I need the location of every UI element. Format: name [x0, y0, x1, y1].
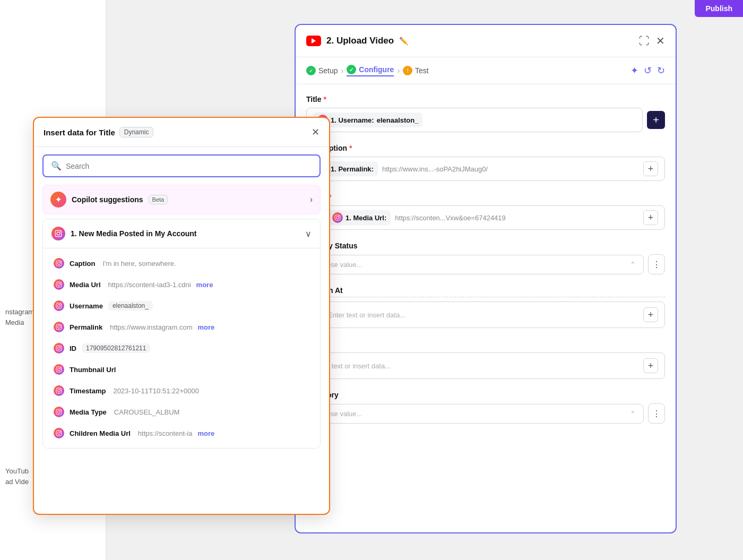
item-insta-icon: [54, 300, 64, 311]
beta-badge: Beta: [149, 195, 168, 204]
description-add-button[interactable]: +: [643, 161, 658, 176]
svg-point-31: [58, 390, 61, 392]
configure-check-icon: ✓: [347, 65, 356, 74]
privacy-kebab-button[interactable]: ⋮: [648, 254, 665, 274]
upload-video-panel: 2. Upload Video ✏️ ⛶ ✕ ✓ Setup › ✓ Confi…: [295, 24, 677, 533]
item-more-link[interactable]: more: [196, 281, 213, 289]
svg-point-25: [58, 347, 61, 350]
item-label: Media Type: [70, 408, 107, 416]
item-more-link[interactable]: more: [197, 323, 214, 331]
item-more-link[interactable]: more: [197, 429, 214, 437]
insert-close-icon[interactable]: ✕: [312, 126, 319, 138]
title-add-button[interactable]: +: [647, 111, 665, 129]
svg-rect-27: [56, 367, 62, 372]
item-label: Permalink: [70, 323, 102, 331]
item-label: Media Url: [70, 281, 101, 289]
data-source-name: 1. New Media Posted in My Account: [71, 229, 197, 238]
svg-point-35: [60, 410, 61, 411]
step-configure[interactable]: ✓ Configure: [347, 65, 394, 76]
title-label: Title *: [306, 95, 665, 104]
data-list-item[interactable]: ID 17909502812761211: [43, 338, 320, 359]
svg-point-8: [339, 216, 340, 217]
tags-add-button[interactable]: +: [643, 358, 658, 373]
item-value-text: 2023-10-11T10:51:22+0000: [113, 387, 199, 395]
data-list-item[interactable]: Children Media Url https://scontent-ia m…: [43, 423, 320, 444]
setup-check-icon: ✓: [306, 66, 316, 75]
step-setup[interactable]: ✓ Setup: [306, 66, 338, 75]
data-list-item[interactable]: Caption I'm in here, somewhere.: [43, 253, 320, 274]
search-input[interactable]: [66, 162, 312, 170]
publish-at-label: Publish At: [306, 286, 665, 297]
publish-button[interactable]: Publish: [695, 0, 743, 17]
expand-icon[interactable]: ⛶: [639, 35, 650, 47]
svg-point-22: [58, 326, 61, 329]
svg-point-37: [58, 432, 61, 435]
bg-instagram-text: nstagram: [5, 308, 34, 316]
copilot-chevron-icon: ›: [310, 195, 313, 204]
step-test[interactable]: ! Test: [403, 66, 429, 75]
privacy-select-row: Choose value... ⌃ ⋮: [306, 254, 665, 274]
svg-point-13: [58, 262, 61, 265]
video-add-button[interactable]: +: [643, 210, 658, 225]
insert-title-text: Insert data for Title: [44, 128, 115, 137]
copilot-row[interactable]: ✦ Copilot suggestions Beta ›: [42, 185, 321, 214]
undo-icon[interactable]: ↺: [644, 65, 652, 76]
desc-tag-label: 1. Permalink:: [331, 165, 374, 173]
panel-header-actions: ⛶ ✕: [639, 35, 665, 47]
video-input-row[interactable]: 📄 1. Media Url: https://sconten...Vxw&oe…: [306, 205, 665, 230]
category-kebab-button[interactable]: ⋮: [648, 403, 665, 424]
description-value: https://www.ins...-soPA2hiJMaug0/: [382, 165, 639, 173]
svg-rect-33: [56, 409, 62, 415]
refresh-icon[interactable]: ↻: [657, 65, 665, 76]
title-input-row[interactable]: 1. Username: elenaalston_: [306, 108, 643, 132]
svg-point-19: [58, 305, 61, 307]
item-label: Thumbnail Url: [70, 366, 116, 374]
edit-icon[interactable]: ✏️: [399, 37, 408, 45]
insta-icon-video: [332, 212, 343, 223]
data-list-item[interactable]: Username elenaalston_: [43, 295, 320, 316]
tags-input-row[interactable]: Enter text or insert data... +: [306, 352, 665, 379]
category-field: Category Choose value... ⌃ ⋮: [306, 391, 665, 424]
steps-bar: ✓ Setup › ✓ Configure › ! Test ✦ ↺ ↻: [296, 57, 676, 84]
bg-video-text: ad Vide: [5, 478, 29, 486]
ai-icon[interactable]: ✦: [630, 65, 638, 76]
privacy-select[interactable]: Choose value... ⌃: [306, 255, 644, 274]
tags-label: Tags: [306, 340, 665, 348]
description-field: Description * 1. Permalink: https://www.…: [306, 144, 665, 181]
svg-point-34: [58, 411, 61, 413]
category-select[interactable]: Choose value... ⌃: [306, 404, 644, 424]
form-content: Title * 1. Username: elenaalston_ +: [296, 84, 676, 528]
svg-point-28: [58, 368, 61, 371]
item-insta-icon: [54, 364, 64, 375]
publish-at-field: Publish At 📅 Enter text or insert data..…: [306, 286, 665, 328]
publish-at-add-button[interactable]: +: [643, 307, 658, 322]
data-source-header[interactable]: 1. New Media Posted in My Account ∨: [43, 219, 320, 248]
data-list-item[interactable]: Media Type CAROUSEL_ALBUM: [43, 401, 320, 423]
svg-point-14: [60, 262, 61, 263]
item-label: Timestamp: [70, 387, 106, 395]
title-required: *: [324, 95, 326, 104]
svg-rect-6: [335, 215, 340, 220]
publish-at-input-row[interactable]: 📅 Enter text or insert data... +: [306, 301, 665, 328]
copilot-label: Copilot suggestions: [72, 195, 143, 204]
svg-point-16: [58, 283, 61, 286]
data-source-chevron-icon: ∨: [305, 229, 312, 239]
insert-title: Insert data for Title Dynamic: [44, 127, 153, 137]
panel-header: 2. Upload Video ✏️ ⛶ ✕: [296, 25, 676, 57]
description-input-row[interactable]: 1. Permalink: https://www.ins...-soPA2hi…: [306, 157, 665, 181]
close-panel-icon[interactable]: ✕: [656, 35, 665, 47]
data-list-item[interactable]: Thumbnail Url: [43, 359, 320, 380]
privacy-chevron: ⌃: [630, 261, 636, 269]
video-tag-label: 1. Media Url:: [345, 214, 386, 222]
setup-label: Setup: [318, 66, 338, 75]
description-required: *: [349, 144, 352, 152]
insert-header: Insert data for Title Dynamic ✕: [34, 118, 329, 147]
svg-rect-24: [56, 346, 62, 351]
data-list-item[interactable]: Permalink https://www.instagram.com more: [43, 316, 320, 338]
svg-rect-9: [55, 230, 62, 237]
svg-point-20: [60, 304, 61, 305]
data-list-item[interactable]: Media Url https://scontent-iad3-1.cdni m…: [43, 274, 320, 295]
data-list-item[interactable]: Timestamp 2023-10-11T10:51:22+0000: [43, 380, 320, 401]
item-insta-icon: [54, 279, 64, 290]
step-actions: ✦ ↺ ↻: [630, 65, 665, 76]
